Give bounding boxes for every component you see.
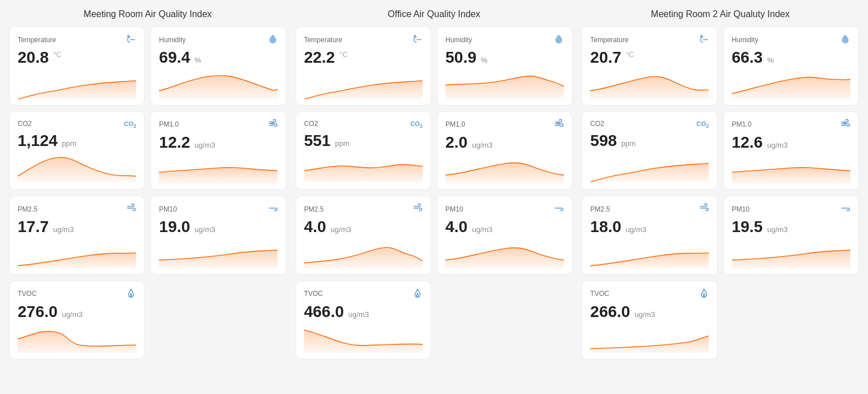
card-header-tvoc1: TVOC: [18, 288, 136, 300]
card-label-temp2: Temperature: [304, 36, 342, 44]
chart-hum1: [159, 71, 277, 101]
card-hum2: Humidity50.9 %: [437, 26, 572, 105]
card-pm252: PM2.54.0 ug/m3: [296, 196, 431, 275]
card-icon-pm252: [412, 203, 423, 215]
chart-pm101: [159, 155, 277, 186]
card-icon-temp2: [412, 34, 423, 46]
card-header-tvoc2: TVOC: [304, 288, 423, 300]
card-label-tvoc3: TVOC: [590, 290, 609, 298]
chart-tvoc1: [18, 324, 136, 355]
card-label-hum3: Humidity: [732, 36, 759, 44]
card-value-pm101b: 19.0 ug/m3: [159, 217, 277, 237]
card-header-pm101: PM1.0: [159, 119, 277, 131]
card-value-hum1: 69.4 %: [159, 48, 277, 67]
card-label-co22: CO2: [304, 120, 318, 128]
chart-hum3: [732, 71, 850, 101]
card-header-pm251: PM2.5: [18, 203, 136, 215]
chart-co21: [18, 153, 136, 186]
card-temp3: Temperature20.7 °C: [582, 26, 717, 105]
card-value-tvoc2: 466.0 ug/m3: [304, 302, 423, 322]
card-value-pm251: 17.7 ug/m3: [18, 217, 136, 237]
chart-temp2: [304, 71, 423, 101]
section-title-meeting-room-2: Meeting Room 2 Air Qualuty Index: [582, 9, 859, 19]
card-tvoc2: TVOC466.0 ug/m3: [296, 281, 431, 360]
card-pm102b: PM104.0 ug/m3: [437, 196, 572, 275]
card-value-temp1: 20.8 °C: [18, 48, 136, 67]
card-label-hum2: Humidity: [445, 36, 472, 44]
card-header-pm103b: PM10: [732, 203, 850, 215]
card-label-pm252: PM2.5: [304, 205, 324, 213]
card-label-pm101: PM1.0: [159, 120, 179, 128]
chart-temp3: [590, 71, 709, 101]
card-co23: CO2CO2598 ppm: [582, 111, 717, 190]
chart-pm101b: [159, 240, 277, 271]
chart-co22: [304, 153, 423, 186]
card-value-co23: 598 ppm: [590, 131, 709, 151]
chart-pm103b: [732, 240, 850, 271]
card-pm102: PM1.02.0 ug/m3: [437, 111, 572, 190]
card-header-co22: CO2CO2: [304, 119, 423, 129]
card-value-temp3: 20.7 °C: [590, 48, 709, 67]
chart-pm252: [304, 240, 423, 271]
chart-pm102b: [445, 240, 564, 271]
card-value-pm101: 12.2 ug/m3: [159, 133, 277, 152]
card-label-co21: CO2: [18, 120, 32, 128]
card-temp1: Temperature20.8 °C: [9, 26, 145, 105]
card-label-pm251: PM2.5: [18, 205, 38, 213]
card-header-tvoc3: TVOC: [590, 288, 709, 300]
card-hum1: Humidity69.4 %: [150, 26, 286, 105]
cards-grid-office: Temperature22.2 °C Humidity50.9 % CO2CO2…: [296, 26, 573, 359]
section-meeting-room-2: Meeting Room 2 Air Qualuty IndexTemperat…: [582, 9, 859, 359]
svg-point-4: [701, 35, 702, 37]
card-value-pm253: 18.0 ug/m3: [590, 217, 709, 237]
card-icon-tvoc2: [412, 288, 423, 300]
chart-co23: [590, 153, 709, 186]
card-co22: CO2CO2551 ppm: [296, 111, 431, 190]
card-value-pm103: 12.6 ug/m3: [732, 133, 850, 152]
card-header-pm102b: PM10: [445, 203, 564, 215]
card-header-pm103: PM1.0: [732, 119, 850, 131]
svg-point-0: [128, 35, 129, 37]
card-hum3: Humidity66.3 %: [723, 26, 859, 105]
card-value-tvoc3: 266.0 ug/m3: [590, 302, 709, 322]
section-title-office: Office Air Quality Index: [296, 9, 573, 19]
card-label-co23: CO2: [590, 120, 604, 128]
chart-tvoc2: [304, 324, 423, 355]
cards-grid-meeting-room-1: Temperature20.8 °C Humidity69.4 % CO2CO2…: [9, 26, 286, 359]
chart-pm251: [18, 240, 136, 271]
card-pm251: PM2.517.7 ug/m3: [9, 196, 145, 275]
card-icon-pm102b: [554, 203, 564, 215]
card-icon-tvoc3: [699, 288, 709, 300]
card-label-pm102: PM1.0: [445, 120, 465, 128]
card-header-hum1: Humidity: [159, 34, 277, 46]
card-label-pm102b: PM10: [445, 205, 463, 213]
card-icon-tvoc1: [126, 288, 136, 300]
card-value-hum2: 50.9 %: [445, 48, 564, 67]
card-tvoc3: TVOC266.0 ug/m3: [582, 281, 717, 360]
card-label-tvoc1: TVOC: [18, 290, 36, 298]
chart-pm102: [445, 155, 564, 186]
card-icon-temp1: [126, 34, 136, 46]
card-label-pm253: PM2.5: [590, 205, 610, 213]
card-value-pm252: 4.0 ug/m3: [304, 217, 423, 237]
section-title-meeting-room-1: Meeting Room Air Quality Index: [9, 9, 286, 19]
card-value-hum3: 66.3 %: [732, 48, 850, 67]
chart-pm103: [732, 155, 850, 186]
card-header-pm253: PM2.5: [590, 203, 709, 215]
card-header-co21: CO2CO2: [18, 119, 136, 129]
card-icon-pm103b: [840, 203, 850, 215]
card-icon-pm102: [554, 119, 564, 131]
card-co21: CO2CO21,124 ppm: [9, 111, 145, 190]
card-icon-pm253: [699, 203, 709, 215]
svg-point-2: [414, 35, 416, 37]
card-icon-hum2: [554, 34, 564, 46]
card-icon-pm103: [840, 119, 850, 131]
card-header-co23: CO2CO2: [590, 119, 709, 129]
card-icon-pm101: [268, 119, 278, 131]
card-icon-co21: CO2: [124, 119, 137, 129]
card-label-hum1: Humidity: [159, 36, 186, 44]
section-meeting-room-1: Meeting Room Air Quality IndexTemperatur…: [9, 9, 286, 359]
card-value-co21: 1,124 ppm: [18, 131, 136, 151]
card-pm101: PM1.012.2 ug/m3: [150, 111, 286, 190]
card-icon-temp3: [699, 34, 709, 46]
